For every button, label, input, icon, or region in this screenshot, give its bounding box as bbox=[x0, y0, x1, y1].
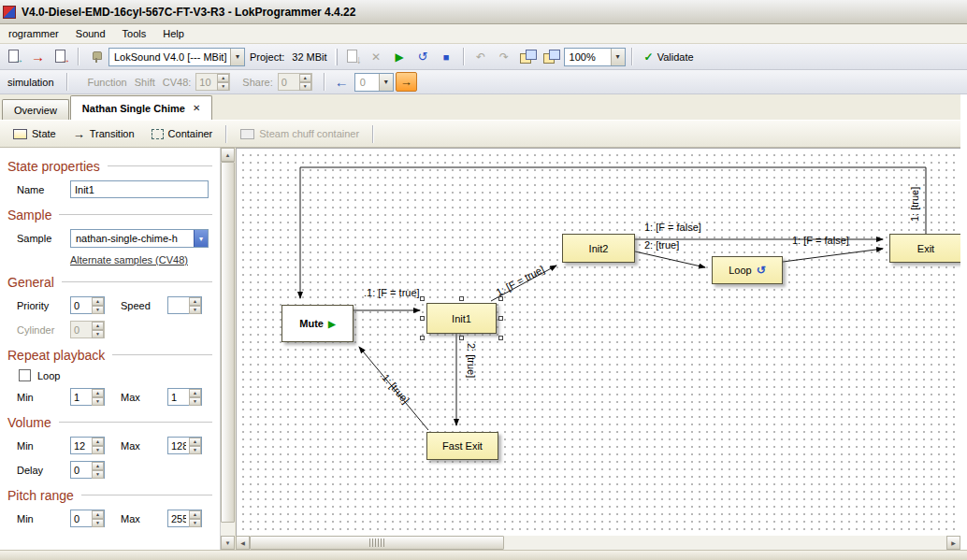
spin-up-icon[interactable]: ▲ bbox=[299, 74, 311, 82]
selection-handle[interactable] bbox=[498, 316, 503, 321]
state-exit[interactable]: Exit bbox=[889, 234, 960, 263]
previous-function-button[interactable]: ← bbox=[331, 74, 353, 90]
spin-down-icon[interactable]: ▼ bbox=[299, 82, 311, 91]
selection-handle[interactable] bbox=[420, 316, 425, 321]
chevron-down-icon[interactable]: ▾ bbox=[379, 74, 393, 91]
spin-down-icon[interactable]: ▼ bbox=[92, 446, 104, 454]
delay-stepper[interactable]: ▲▼ bbox=[70, 461, 105, 479]
loop-playback-button[interactable]: ↺ bbox=[412, 46, 434, 67]
state-init2[interactable]: Init2 bbox=[562, 234, 635, 263]
write-decoder-button[interactable]: → bbox=[27, 46, 49, 67]
spin-up-icon[interactable]: ▲ bbox=[92, 389, 104, 397]
spin-up-icon[interactable]: ▲ bbox=[217, 74, 229, 82]
spin-up-icon[interactable]: ▲ bbox=[92, 297, 104, 306]
state-loop[interactable]: Loop ↺ bbox=[712, 256, 783, 284]
spin-down-icon[interactable]: ▼ bbox=[92, 397, 104, 406]
transition-init2-loop[interactable] bbox=[635, 251, 705, 267]
cv48-stepper[interactable]: ▲ ▼ bbox=[195, 73, 230, 91]
speed-input[interactable] bbox=[168, 297, 189, 313]
spin-up-icon[interactable]: ▲ bbox=[189, 510, 201, 519]
chevron-down-icon[interactable]: ▾ bbox=[230, 49, 244, 65]
spin-down-icon[interactable]: ▼ bbox=[189, 446, 201, 454]
alternate-samples-link[interactable]: Alternate samples (CV48) bbox=[70, 254, 220, 266]
repeat-max-stepper[interactable]: ▲▼ bbox=[167, 388, 202, 406]
cancel-transfer-button[interactable]: ✕ bbox=[366, 46, 387, 67]
function-index-combo[interactable]: 0 ▾ bbox=[354, 73, 394, 92]
selection-handle[interactable] bbox=[459, 336, 464, 340]
spin-up-icon[interactable]: ▲ bbox=[92, 510, 104, 519]
cylinder-stepper[interactable]: ▲▼ bbox=[70, 321, 105, 338]
pitch-min-stepper[interactable]: ▲▼ bbox=[70, 510, 105, 527]
write-sound-button[interactable]: → bbox=[51, 46, 72, 67]
canvas-scrollbar[interactable]: ◀ ▶ bbox=[236, 536, 960, 550]
scrollbar-thumb[interactable] bbox=[221, 162, 235, 523]
scroll-right-button[interactable]: ▶ bbox=[946, 536, 960, 550]
next-function-button[interactable]: → bbox=[396, 72, 417, 92]
pitch-min-input[interactable] bbox=[71, 510, 92, 526]
pitch-max-input[interactable] bbox=[168, 510, 189, 526]
spin-down-icon[interactable]: ▼ bbox=[217, 82, 229, 91]
spin-down-icon[interactable]: ▼ bbox=[92, 519, 104, 527]
spin-down-icon[interactable]: ▼ bbox=[92, 330, 104, 338]
share-stepper[interactable]: ▲ ▼ bbox=[278, 73, 312, 91]
chevron-down-icon[interactable]: ▾ bbox=[194, 230, 208, 247]
read-project-button[interactable]: → bbox=[4, 46, 25, 67]
repeat-max-input[interactable] bbox=[168, 389, 189, 405]
container-tool-button[interactable]: Container bbox=[144, 125, 221, 142]
validate-button[interactable]: ✓ Validate bbox=[639, 46, 700, 67]
selection-handle[interactable] bbox=[498, 296, 503, 301]
priority-stepper[interactable]: ▲▼ bbox=[70, 296, 105, 314]
delay-input[interactable] bbox=[71, 462, 92, 478]
share-input[interactable] bbox=[279, 74, 299, 90]
connect-button[interactable] bbox=[85, 46, 107, 67]
scrollbar-thumb[interactable] bbox=[250, 536, 504, 550]
chevron-down-icon[interactable]: ▾ bbox=[611, 49, 625, 65]
diagram-canvas[interactable]: .1: [F = true] 1: [F = true] 1: [F = fal… bbox=[236, 148, 960, 536]
zoom-combo[interactable]: 100% ▾ bbox=[564, 48, 626, 66]
spin-down-icon[interactable]: ▼ bbox=[189, 306, 201, 314]
scroll-down-button[interactable]: ▼ bbox=[221, 536, 235, 550]
selection-handle[interactable] bbox=[420, 296, 425, 301]
spin-up-icon[interactable]: ▲ bbox=[189, 438, 201, 446]
properties-scrollbar[interactable]: ▲ ▼ bbox=[221, 148, 235, 550]
redo-button[interactable]: ↷ bbox=[494, 46, 515, 67]
state-tool-button[interactable]: State bbox=[6, 125, 64, 142]
state-fast-exit[interactable]: Fast Exit bbox=[426, 432, 498, 460]
transition-loop-exit[interactable] bbox=[783, 249, 883, 262]
close-tab-icon[interactable]: ✕ bbox=[193, 103, 200, 113]
download-button[interactable]: ↓ bbox=[342, 46, 364, 67]
cascade-windows-button[interactable] bbox=[517, 46, 539, 67]
spin-up-icon[interactable]: ▲ bbox=[92, 322, 104, 330]
steam-chuff-container-tool-button[interactable]: Steam chuff container bbox=[233, 125, 367, 142]
stop-playback-button[interactable]: ■ bbox=[436, 46, 457, 67]
volume-min-input[interactable] bbox=[71, 438, 92, 453]
volume-max-input[interactable] bbox=[168, 438, 189, 453]
undo-button[interactable]: ↶ bbox=[470, 46, 492, 67]
volume-min-stepper[interactable]: ▲▼ bbox=[70, 437, 105, 454]
state-init1[interactable]: Init1 bbox=[426, 303, 497, 334]
spin-down-icon[interactable]: ▼ bbox=[189, 397, 201, 406]
speed-stepper[interactable]: ▲▼ bbox=[167, 296, 202, 314]
tab-nathan-single-chime[interactable]: Nathan Single Chime ✕ bbox=[70, 95, 212, 120]
tile-windows-button[interactable] bbox=[541, 46, 562, 67]
priority-input[interactable] bbox=[71, 297, 92, 313]
menu-sound[interactable]: Sound bbox=[67, 25, 114, 42]
name-input[interactable] bbox=[70, 180, 209, 198]
spin-down-icon[interactable]: ▼ bbox=[189, 519, 201, 527]
tab-overview[interactable]: Overview bbox=[2, 99, 69, 120]
selection-handle[interactable] bbox=[420, 336, 425, 340]
selection-handle[interactable] bbox=[459, 296, 464, 301]
transition-exit-mute[interactable] bbox=[300, 167, 926, 298]
state-mute[interactable]: Mute ▶ bbox=[281, 305, 354, 342]
repeat-min-stepper[interactable]: ▲▼ bbox=[70, 388, 105, 406]
repeat-min-input[interactable] bbox=[71, 389, 92, 405]
spin-up-icon[interactable]: ▲ bbox=[92, 462, 104, 470]
menu-tools[interactable]: Tools bbox=[114, 25, 155, 42]
play-sound-button[interactable]: ▶ bbox=[389, 46, 411, 67]
pitch-max-stepper[interactable]: ▲▼ bbox=[167, 510, 202, 527]
transition-tool-button[interactable]: → Transition bbox=[65, 125, 142, 142]
scroll-up-button[interactable]: ▲ bbox=[221, 148, 235, 162]
cylinder-input[interactable] bbox=[71, 322, 92, 337]
sample-combo[interactable]: nathan-single-chime-h ▾ bbox=[70, 229, 209, 248]
spin-up-icon[interactable]: ▲ bbox=[189, 297, 201, 306]
